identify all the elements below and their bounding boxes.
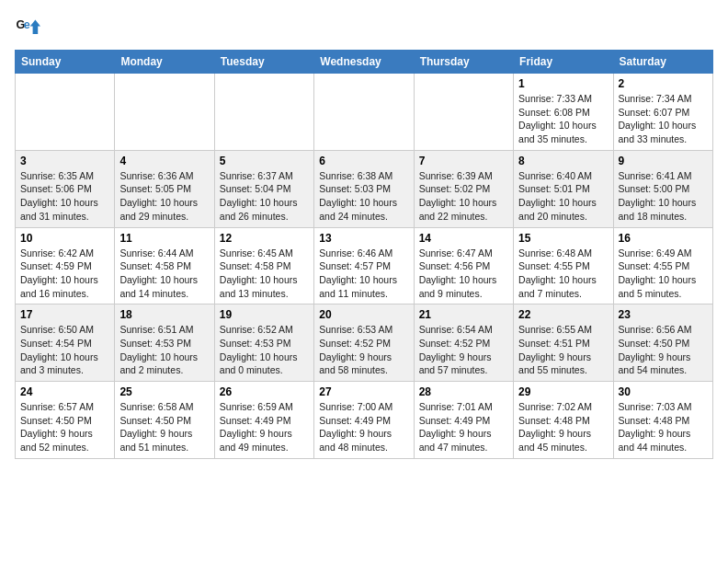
weekday-header: Monday	[115, 51, 214, 74]
day-number: 12	[220, 232, 309, 245]
day-info: Sunrise: 6:35 AMSunset: 5:06 PMDaylight:…	[20, 169, 109, 224]
calendar-cell: 10Sunrise: 6:42 AMSunset: 4:59 PMDayligh…	[16, 227, 115, 304]
calendar-cell: 6Sunrise: 6:38 AMSunset: 5:03 PMDaylight…	[314, 150, 414, 227]
calendar-cell: 8Sunrise: 6:40 AMSunset: 5:01 PMDaylight…	[514, 150, 613, 227]
day-number: 10	[20, 232, 109, 245]
calendar-cell	[314, 74, 414, 151]
calendar-cell: 20Sunrise: 6:53 AMSunset: 4:52 PMDayligh…	[314, 304, 414, 382]
day-info: Sunrise: 6:42 AMSunset: 4:59 PMDaylight:…	[20, 247, 109, 301]
day-number: 25	[119, 385, 209, 398]
day-number: 8	[518, 155, 608, 167]
day-number: 4	[119, 155, 209, 167]
svg-text:e: e	[24, 18, 30, 31]
calendar-cell: 11Sunrise: 6:44 AMSunset: 4:58 PMDayligh…	[115, 227, 214, 304]
header: G e	[15, 15, 713, 40]
day-info: Sunrise: 6:51 AMSunset: 4:53 PMDaylight:…	[119, 323, 209, 377]
calendar-cell	[214, 74, 313, 151]
logo: G e	[15, 15, 44, 40]
day-info: Sunrise: 7:34 AMSunset: 6:07 PMDaylight:…	[619, 92, 708, 146]
day-number: 7	[419, 155, 508, 167]
calendar-cell: 23Sunrise: 6:56 AMSunset: 4:50 PMDayligh…	[613, 304, 712, 382]
calendar-cell: 12Sunrise: 6:45 AMSunset: 4:58 PMDayligh…	[214, 227, 313, 304]
day-number: 6	[319, 155, 408, 167]
calendar-table: SundayMondayTuesdayWednesdayThursdayFrid…	[15, 50, 713, 459]
day-info: Sunrise: 6:59 AMSunset: 4:49 PMDaylight:…	[220, 400, 309, 454]
day-number: 2	[619, 77, 708, 90]
calendar-cell: 24Sunrise: 6:57 AMSunset: 4:50 PMDayligh…	[16, 382, 115, 459]
calendar-cell: 29Sunrise: 7:02 AMSunset: 4:48 PMDayligh…	[514, 382, 613, 459]
calendar-week-row: 1Sunrise: 7:33 AMSunset: 6:08 PMDaylight…	[16, 74, 713, 151]
logo-icon: G e	[15, 15, 40, 40]
calendar-cell: 5Sunrise: 6:37 AMSunset: 5:04 PMDaylight…	[214, 150, 313, 227]
calendar-cell	[115, 74, 214, 151]
day-info: Sunrise: 6:39 AMSunset: 5:02 PMDaylight:…	[419, 169, 508, 224]
day-number: 24	[20, 385, 109, 398]
calendar-week-row: 17Sunrise: 6:50 AMSunset: 4:54 PMDayligh…	[16, 304, 713, 382]
calendar-cell: 1Sunrise: 7:33 AMSunset: 6:08 PMDaylight…	[514, 74, 613, 151]
calendar-cell: 19Sunrise: 6:52 AMSunset: 4:53 PMDayligh…	[214, 304, 313, 382]
calendar-cell: 14Sunrise: 6:47 AMSunset: 4:56 PMDayligh…	[414, 227, 513, 304]
day-number: 1	[518, 77, 608, 90]
weekday-header: Wednesday	[314, 51, 414, 74]
day-info: Sunrise: 6:36 AMSunset: 5:05 PMDaylight:…	[119, 169, 209, 224]
day-info: Sunrise: 6:40 AMSunset: 5:01 PMDaylight:…	[518, 169, 608, 224]
day-info: Sunrise: 6:56 AMSunset: 4:50 PMDaylight:…	[619, 323, 708, 377]
day-number: 22	[518, 308, 608, 321]
day-info: Sunrise: 6:38 AMSunset: 5:03 PMDaylight:…	[319, 169, 408, 224]
day-number: 9	[619, 155, 708, 167]
calendar-cell: 25Sunrise: 6:58 AMSunset: 4:50 PMDayligh…	[115, 382, 214, 459]
day-info: Sunrise: 6:44 AMSunset: 4:58 PMDaylight:…	[119, 247, 209, 301]
day-info: Sunrise: 7:33 AMSunset: 6:08 PMDaylight:…	[518, 92, 608, 146]
day-number: 3	[20, 155, 109, 167]
day-info: Sunrise: 6:46 AMSunset: 4:57 PMDaylight:…	[319, 247, 408, 301]
day-info: Sunrise: 6:50 AMSunset: 4:54 PMDaylight:…	[20, 323, 109, 377]
calendar-cell: 3Sunrise: 6:35 AMSunset: 5:06 PMDaylight…	[16, 150, 115, 227]
calendar-cell	[414, 74, 513, 151]
calendar-cell: 13Sunrise: 6:46 AMSunset: 4:57 PMDayligh…	[314, 227, 414, 304]
day-info: Sunrise: 6:49 AMSunset: 4:55 PMDaylight:…	[619, 247, 708, 301]
day-number: 28	[419, 385, 508, 398]
day-info: Sunrise: 6:57 AMSunset: 4:50 PMDaylight:…	[20, 400, 109, 454]
weekday-header: Thursday	[414, 51, 513, 74]
day-info: Sunrise: 6:53 AMSunset: 4:52 PMDaylight:…	[319, 323, 408, 377]
weekday-header: Tuesday	[214, 51, 313, 74]
day-number: 14	[419, 232, 508, 245]
calendar-cell: 21Sunrise: 6:54 AMSunset: 4:52 PMDayligh…	[414, 304, 513, 382]
calendar-cell: 15Sunrise: 6:48 AMSunset: 4:55 PMDayligh…	[514, 227, 613, 304]
day-info: Sunrise: 6:52 AMSunset: 4:53 PMDaylight:…	[220, 323, 309, 377]
weekday-header: Saturday	[613, 51, 712, 74]
calendar-cell: 2Sunrise: 7:34 AMSunset: 6:07 PMDaylight…	[613, 74, 712, 151]
calendar-cell: 4Sunrise: 6:36 AMSunset: 5:05 PMDaylight…	[115, 150, 214, 227]
day-number: 11	[119, 232, 209, 245]
day-number: 16	[619, 232, 708, 245]
day-info: Sunrise: 7:01 AMSunset: 4:49 PMDaylight:…	[419, 400, 508, 454]
day-number: 29	[518, 385, 608, 398]
calendar-cell: 27Sunrise: 7:00 AMSunset: 4:49 PMDayligh…	[314, 382, 414, 459]
calendar-cell: 9Sunrise: 6:41 AMSunset: 5:00 PMDaylight…	[613, 150, 712, 227]
calendar-cell: 7Sunrise: 6:39 AMSunset: 5:02 PMDaylight…	[414, 150, 513, 227]
calendar-week-row: 3Sunrise: 6:35 AMSunset: 5:06 PMDaylight…	[16, 150, 713, 227]
day-info: Sunrise: 6:48 AMSunset: 4:55 PMDaylight:…	[518, 247, 608, 301]
weekday-header: Friday	[514, 51, 613, 74]
day-number: 20	[319, 308, 408, 321]
day-number: 15	[518, 232, 608, 245]
day-number: 17	[20, 308, 109, 321]
day-number: 30	[619, 385, 708, 398]
day-number: 18	[119, 308, 209, 321]
calendar-cell: 26Sunrise: 6:59 AMSunset: 4:49 PMDayligh…	[214, 382, 313, 459]
calendar-week-row: 24Sunrise: 6:57 AMSunset: 4:50 PMDayligh…	[16, 382, 713, 459]
day-info: Sunrise: 6:47 AMSunset: 4:56 PMDaylight:…	[419, 247, 508, 301]
day-number: 21	[419, 308, 508, 321]
calendar-cell: 17Sunrise: 6:50 AMSunset: 4:54 PMDayligh…	[16, 304, 115, 382]
day-info: Sunrise: 7:02 AMSunset: 4:48 PMDaylight:…	[518, 400, 608, 454]
day-info: Sunrise: 6:45 AMSunset: 4:58 PMDaylight:…	[220, 247, 309, 301]
calendar-week-row: 10Sunrise: 6:42 AMSunset: 4:59 PMDayligh…	[16, 227, 713, 304]
day-info: Sunrise: 6:58 AMSunset: 4:50 PMDaylight:…	[119, 400, 209, 454]
header-row: SundayMondayTuesdayWednesdayThursdayFrid…	[16, 51, 713, 74]
calendar-cell	[16, 74, 115, 151]
calendar-cell: 22Sunrise: 6:55 AMSunset: 4:51 PMDayligh…	[514, 304, 613, 382]
day-info: Sunrise: 6:55 AMSunset: 4:51 PMDaylight:…	[518, 323, 608, 377]
day-info: Sunrise: 6:54 AMSunset: 4:52 PMDaylight:…	[419, 323, 508, 377]
calendar-cell: 30Sunrise: 7:03 AMSunset: 4:48 PMDayligh…	[613, 382, 712, 459]
day-info: Sunrise: 7:03 AMSunset: 4:48 PMDaylight:…	[619, 400, 708, 454]
